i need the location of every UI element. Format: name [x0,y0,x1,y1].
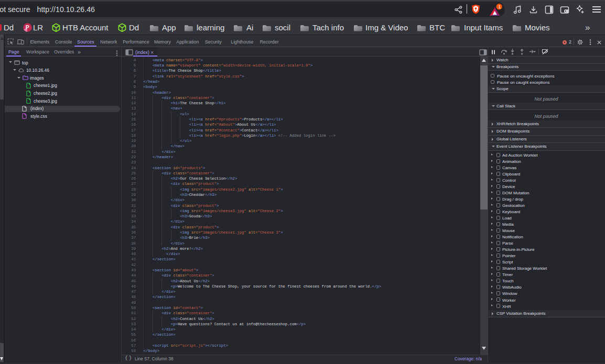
svg-text:1: 1 [499,4,501,9]
svg-text:P: P [26,24,29,30]
